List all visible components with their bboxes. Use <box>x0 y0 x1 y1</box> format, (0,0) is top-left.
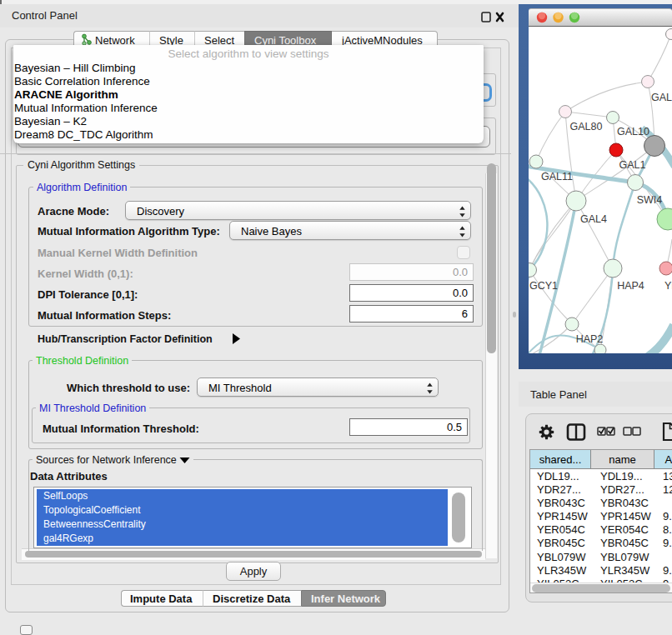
svg-text:GAL80: GAL80 <box>570 121 603 132</box>
svg-text:YEL021W: YEL021W <box>664 280 672 292</box>
svg-text:HAP2: HAP2 <box>576 333 604 345</box>
svg-text:GAL2: GAL2 <box>651 92 672 103</box>
svg-text:GAL10: GAL10 <box>617 126 649 138</box>
svg-text:GCY1: GCY1 <box>529 280 558 292</box>
svg-text:GAL1: GAL1 <box>619 159 646 171</box>
svg-text:GAL11: GAL11 <box>541 171 573 182</box>
svg-text:SWI4: SWI4 <box>637 194 663 206</box>
svg-text:GAL4: GAL4 <box>580 213 607 225</box>
svg-text:HAP4: HAP4 <box>617 280 644 292</box>
